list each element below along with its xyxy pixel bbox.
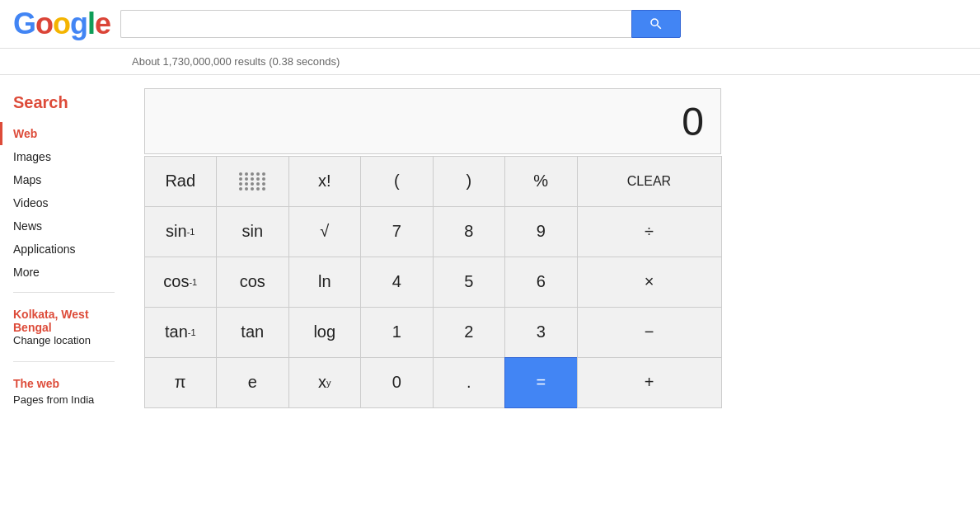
btn-sin[interactable]: sin [216,206,289,257]
sidebar-item-images[interactable]: Images [0,145,128,168]
btn-percent[interactable]: % [504,156,578,207]
btn-1[interactable]: 1 [360,307,434,358]
btn-atan[interactable]: tan-1 [144,307,218,358]
btn-sqrt[interactable]: √ [288,206,362,257]
btn-6[interactable]: 6 [504,257,578,308]
header: Google calculator [0,0,980,49]
main-layout: Search Web Images Maps Videos News Appli… [0,75,980,426]
calculator-grid: Rad x! ( ) % CLEAR sin-1 sin √ 7 8 9 ÷ [144,156,721,407]
dots-grid-icon [239,172,266,191]
sidebar-filter-india[interactable]: Pages from India [13,393,115,406]
btn-factorial[interactable]: x! [288,156,362,207]
results-count: About 1,730,000,000 results (0.38 second… [132,55,340,68]
btn-subtract[interactable]: − [577,307,722,358]
btn-asin[interactable]: sin-1 [144,206,218,257]
btn-8[interactable]: 8 [433,206,506,257]
sidebar-item-maps[interactable]: Maps [0,168,128,191]
sidebar-item-applications[interactable]: Applications [0,238,128,261]
sidebar: Search Web Images Maps Videos News Appli… [0,75,128,426]
sidebar-change-location[interactable]: Change location [13,334,115,346]
btn-clear[interactable]: CLEAR [577,156,722,207]
btn-4[interactable]: 4 [360,257,434,308]
btn-open-paren[interactable]: ( [360,156,434,207]
btn-ln[interactable]: ln [288,257,362,308]
sidebar-filters: The web Pages from India [0,370,128,412]
sidebar-filter-web[interactable]: The web [13,377,115,390]
sidebar-item-more[interactable]: More [0,261,128,284]
sidebar-divider-2 [13,361,115,362]
btn-3[interactable]: 3 [504,307,578,358]
search-button[interactable] [631,10,681,38]
btn-cos[interactable]: cos [216,257,289,308]
search-box-container: calculator [120,10,681,38]
btn-tan[interactable]: tan [216,307,289,358]
sidebar-location: Kolkata, West Bengal Change location [0,301,128,353]
btn-9[interactable]: 9 [504,206,578,257]
btn-equals[interactable]: = [504,357,578,408]
sidebar-item-videos[interactable]: Videos [0,191,128,214]
btn-2[interactable]: 2 [433,307,506,358]
search-input[interactable]: calculator [120,10,631,38]
sidebar-item-web[interactable]: Web [0,122,128,145]
btn-dots-grid[interactable] [216,156,289,207]
btn-euler[interactable]: e [216,357,289,408]
btn-close-paren[interactable]: ) [433,156,506,207]
sidebar-item-news[interactable]: News [0,214,128,238]
sidebar-divider-1 [13,292,115,293]
btn-5[interactable]: 5 [433,257,506,308]
google-logo: Google [13,7,110,41]
btn-multiply[interactable]: × [577,257,722,308]
calculator-content: 0 Rad x! ( ) % CLEAR sin-1 sin √ [128,75,980,426]
btn-decimal[interactable]: . [433,357,506,408]
results-bar: About 1,730,000,000 results (0.38 second… [0,49,980,75]
btn-rad[interactable]: Rad [144,156,218,207]
btn-power[interactable]: xy [288,357,362,408]
btn-0[interactable]: 0 [360,357,434,408]
btn-log[interactable]: log [288,307,362,358]
calculator-display: 0 [144,88,721,154]
display-value: 0 [682,99,704,144]
btn-7[interactable]: 7 [360,206,434,257]
btn-divide[interactable]: ÷ [577,206,722,257]
btn-add[interactable]: + [577,357,722,408]
btn-acos[interactable]: cos-1 [144,257,218,308]
btn-pi[interactable]: π [144,357,218,408]
search-icon [649,16,663,31]
sidebar-search-label: Search [0,88,128,122]
sidebar-city[interactable]: Kolkata, West Bengal [13,308,115,334]
